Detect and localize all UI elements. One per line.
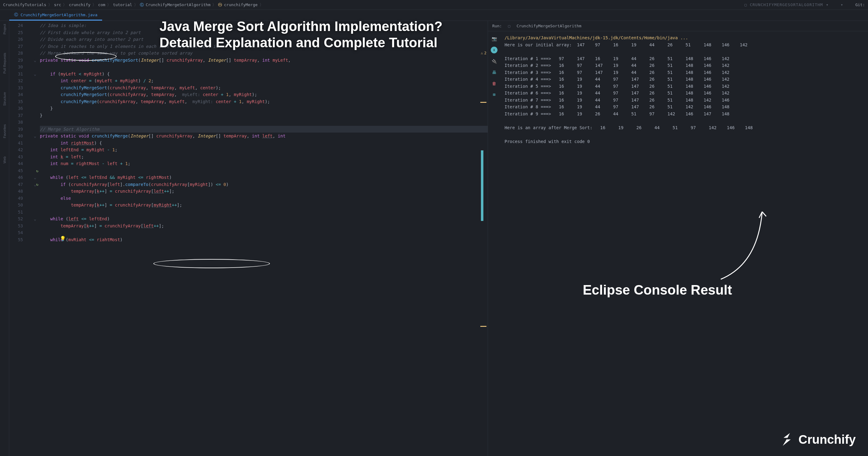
sidebar-pull-requests[interactable]: Pull Requests <box>3 53 6 74</box>
intention-bulb-icon[interactable]: 💡 <box>60 236 66 242</box>
class-icon: Ⓒ <box>140 2 144 8</box>
application-icon: ▢ <box>744 2 747 7</box>
code-editor[interactable]: 2425262728293031323334353637383940414243… <box>9 21 488 456</box>
recursive-call-icon: ↻ <box>36 169 38 173</box>
java-file-icon: Ⓒ <box>14 12 18 18</box>
file-tab-label: CrunchifyMergeSortAlgorithm.java <box>21 12 97 17</box>
breadcrumb[interactable]: CrunchifyTutorials 〉 src 〉 crunchify 〉 c… <box>3 2 264 8</box>
left-tool-sidebar: Project Pull Requests Structure Favorite… <box>0 21 9 456</box>
application-icon: ▢ <box>508 24 510 28</box>
sidebar-structure[interactable]: Structure <box>3 92 6 106</box>
plug-icon[interactable]: 🔌 <box>491 58 497 64</box>
top-bar: CrunchifyTutorials 〉 src 〉 crunchify 〉 c… <box>0 0 868 10</box>
print-icon[interactable]: 🖶 <box>491 69 497 75</box>
git-label[interactable]: Git: <box>856 2 865 7</box>
editor-tabs: Ⓒ CrunchifyMergeSortAlgorithm.java <box>0 10 868 21</box>
warning-stripe <box>480 102 487 103</box>
crunchify-logo: Crunchify <box>779 431 856 448</box>
console-toolbar: 📷 ⬇ 🔌 🖶 🗑 ⊞ <box>488 31 500 456</box>
sidebar-web[interactable]: Web <box>3 156 6 163</box>
line-number-gutter: 2425262728293031323334353637383940414243… <box>9 22 26 243</box>
chevron-down-icon: ▾ <box>826 2 829 7</box>
warnings-indicator[interactable]: ⚠ 2 <box>481 51 487 55</box>
layout-icon[interactable]: ⊞ <box>491 91 497 98</box>
run-configuration-dropdown[interactable]: ▢ CRUNCHIFYMERGESORTALGORITHM ▾ <box>744 2 829 7</box>
sidebar-favorites[interactable]: Favorites <box>3 124 6 138</box>
warning-stripe <box>480 326 487 327</box>
breadcrumb-project[interactable]: CrunchifyTutorials <box>3 2 46 7</box>
console-output[interactable]: /Library/Java/JavaVirtualMachines/jdk-15… <box>500 31 868 456</box>
run-config-name[interactable]: CrunchifyMergeSortAlgorithm <box>517 24 581 28</box>
camera-icon[interactable]: 📷 <box>491 36 497 42</box>
download-icon[interactable]: ⬇ <box>491 47 497 53</box>
trash-icon[interactable]: 🗑 <box>491 81 497 87</box>
dropdown-icon[interactable]: ▾ <box>841 2 843 7</box>
run-console: Run: ▢ CrunchifyMergeSortAlgorithm 📷 ⬇ 🔌… <box>488 21 868 456</box>
change-marker <box>481 150 484 221</box>
warning-icon: ⚠ <box>481 51 483 55</box>
method-icon: ⓜ <box>218 2 222 8</box>
recursive-call-icon: ↻ <box>36 182 38 187</box>
file-tab-active[interactable]: Ⓒ CrunchifyMergeSortAlgorithm.java <box>9 10 102 21</box>
sidebar-project[interactable]: Project <box>3 24 6 34</box>
run-label: Run: <box>492 24 502 28</box>
